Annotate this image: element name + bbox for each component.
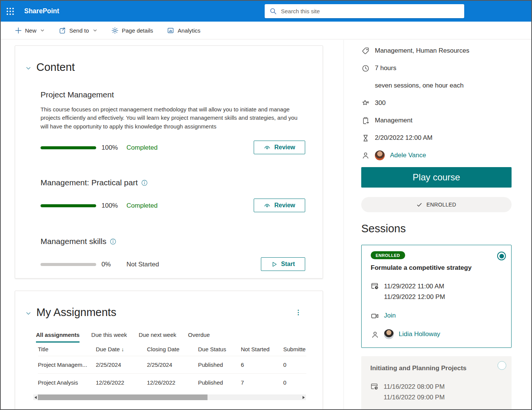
analytics-icon (167, 27, 174, 34)
info-icon[interactable] (110, 238, 116, 245)
collapse-assignments-button[interactable] (25, 310, 31, 316)
search-input[interactable] (281, 8, 464, 14)
tab-all-assignments[interactable]: All assignments (36, 332, 80, 343)
cell-title: Project Analysis (38, 379, 96, 386)
session-end: 11/29/2022 12:00 PM (384, 292, 445, 302)
course-description: This course focuses on project managemen… (41, 105, 303, 131)
clipboard-icon (362, 117, 370, 125)
course-details-pane: Management, Human Resources 7 hours seve… (343, 40, 531, 409)
tags-row: Management, Human Resources (361, 45, 512, 56)
assignments-table: Title Due Date ↓ Closing Date Due Status… (38, 343, 306, 391)
play-course-button[interactable]: Play course (361, 167, 512, 188)
cell-due-status: Published (198, 361, 241, 368)
session-start: 11/16/2022 08:00 PM (384, 382, 445, 392)
tags-value: Management, Human Resources (375, 47, 469, 55)
info-icon[interactable] (141, 180, 148, 186)
category-value: Management (375, 117, 412, 124)
host-link[interactable]: Lidia Holloway (399, 330, 440, 338)
column-due-status[interactable]: Due Status (198, 346, 241, 352)
start-button[interactable]: Start (261, 257, 305, 271)
play-icon (271, 261, 278, 268)
review-button[interactable]: Review (254, 141, 305, 154)
waffle-icon (6, 7, 14, 16)
app-launcher-button[interactable] (1, 1, 20, 22)
points-value: 300 (375, 99, 385, 107)
more-options-icon[interactable]: ⋮ (295, 309, 301, 316)
tab-due-this-week[interactable]: Due this week (91, 332, 127, 343)
chevron-down-icon (25, 310, 31, 316)
session-radio-selected[interactable] (497, 252, 506, 260)
clock-icon (362, 64, 370, 72)
scroll-left-arrow-icon[interactable] (34, 396, 37, 399)
progress-bar (41, 263, 96, 266)
table-header-row: Title Due Date ↓ Closing Date Due Status… (38, 343, 306, 356)
session-radio-unselected[interactable] (498, 361, 506, 370)
course-item: Project Management This course focuses o… (41, 90, 305, 155)
enrolled-button[interactable]: ENROLLED (361, 197, 512, 212)
check-icon (417, 202, 422, 208)
course-status: Not Started (126, 261, 159, 268)
progress-percent: 100% (101, 144, 123, 152)
course-item: Management skills 0% Not Started (41, 237, 305, 271)
assignment-tabs: All assignments Due this week Due next w… (36, 332, 323, 343)
cell-due-date: 2/25/2024 (96, 361, 147, 368)
command-bar: New Send to (1, 22, 531, 39)
search-icon (270, 8, 277, 15)
column-submitted[interactable]: Submitte (283, 346, 306, 352)
analytics-button[interactable]: Analytics (167, 27, 200, 34)
column-due-date[interactable]: Due Date ↓ (96, 346, 147, 352)
tab-overdue[interactable]: Overdue (188, 332, 210, 343)
review-label: Review (274, 202, 295, 209)
column-closing-date[interactable]: Closing Date (147, 346, 198, 352)
enrolled-label: ENROLLED (426, 202, 456, 208)
join-link[interactable]: Join (384, 312, 396, 319)
collapse-content-button[interactable] (25, 65, 31, 71)
video-camera-icon (371, 312, 379, 320)
send-to-button[interactable]: Send to (59, 27, 97, 34)
scrollbar-thumb[interactable] (38, 394, 207, 400)
session-card[interactable]: Initiating and Planning Projects 11/16 (361, 356, 512, 410)
sessions-note-row: seven sessions, one hour each (361, 80, 512, 91)
cell-not-started: 7 (241, 379, 283, 386)
new-label: New (25, 27, 36, 34)
host-row: Lidia Holloway (371, 329, 505, 339)
page-details-button[interactable]: Page details (111, 27, 153, 34)
review-button[interactable]: Review (254, 199, 305, 212)
page-details-label: Page details (122, 27, 153, 34)
tab-due-next-week[interactable]: Due next week (139, 332, 176, 343)
avatar (375, 150, 385, 160)
top-app-bar: SharePoint (1, 1, 531, 22)
cell-due-date: 12/26/2022 (96, 379, 147, 386)
sharepoint-window: SharePoint New S (0, 0, 532, 410)
start-date-value: 2/20/2022 12:00 AM (375, 134, 432, 142)
sort-descending-icon: ↓ (121, 346, 124, 352)
table-row[interactable]: Project Analysis 12/26/2022 12/26/2022 P… (38, 374, 306, 391)
table-row[interactable]: Project Managem... 2/25/2024 2/25/2024 P… (38, 356, 306, 374)
start-date-row: 2/20/2022 12:00 AM (361, 132, 512, 144)
sessions-note: seven sessions, one hour each (375, 82, 463, 89)
cell-closing-date: 2/25/2024 (147, 361, 198, 368)
assignments-section-title: My Assignments (36, 306, 116, 319)
main-column: Content Project Management This course f… (1, 40, 343, 409)
site-search[interactable] (265, 4, 464, 18)
page-body: Content Project Management This course f… (1, 40, 531, 409)
instructor-link[interactable]: Adele Vance (390, 152, 426, 159)
horizontal-scrollbar[interactable] (33, 394, 306, 400)
cell-submitted: 0 (283, 379, 306, 386)
column-not-started[interactable]: Not Started (241, 346, 283, 352)
course-title: Management skills (41, 237, 106, 246)
session-card[interactable]: ENROLLED Formulate a competitive strateg… (361, 245, 512, 348)
column-title[interactable]: Title (38, 346, 96, 352)
session-title: Initiating and Planning Projects (370, 365, 506, 372)
start-label: Start (281, 261, 295, 268)
scroll-right-arrow-icon[interactable] (303, 396, 305, 399)
calendar-clock-icon (370, 382, 379, 391)
category-row: Management (361, 115, 512, 126)
duration-row: 7 hours (361, 63, 512, 74)
sessions-heading: Sessions (361, 222, 512, 235)
review-label: Review (274, 144, 295, 151)
content-webpart: Content Project Management This course f… (15, 45, 323, 279)
new-button[interactable]: New (15, 27, 45, 34)
chevron-down-icon (25, 65, 31, 71)
cell-due-status: Published (198, 379, 241, 386)
